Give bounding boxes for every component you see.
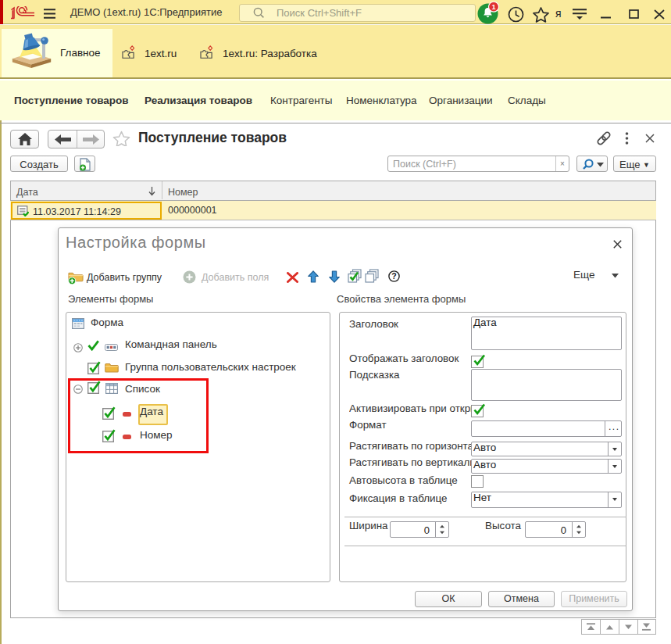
svg-text:1: 1 [491, 3, 495, 11]
svg-text:?: ? [391, 271, 396, 281]
